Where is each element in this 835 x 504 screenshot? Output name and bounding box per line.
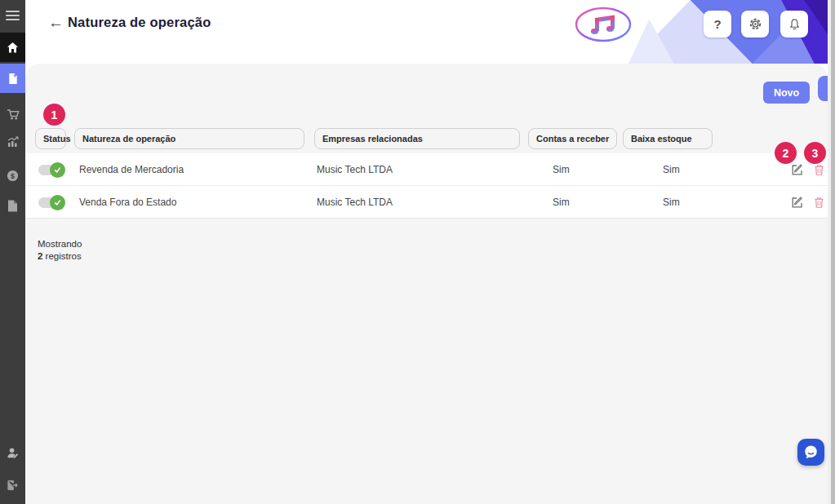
sidebar-item-profile[interactable]: [0, 438, 25, 467]
cell-contas-a-receber: Sim: [553, 186, 570, 219]
user-edit-icon: [7, 447, 19, 459]
filter-status[interactable]: Status: [35, 128, 66, 149]
edit-button[interactable]: [791, 163, 804, 176]
filter-natureza-de-operacao[interactable]: Natureza de operação: [74, 128, 304, 149]
status-toggle[interactable]: [38, 197, 63, 208]
home-icon: [7, 42, 19, 54]
cell-baixa-estoque: Sim: [663, 153, 680, 186]
edit-button[interactable]: [791, 196, 804, 209]
content-card: Novo Status Natureza de operação Empresa…: [25, 64, 828, 504]
notifications-button[interactable]: [780, 11, 808, 38]
cell-contas-a-receber: Sim: [553, 153, 570, 186]
logout-icon: [7, 480, 19, 491]
settings-gear-icon: [748, 17, 762, 31]
sales-chart-icon: [7, 135, 20, 148]
cell-natureza: Venda Fora do Estado: [79, 186, 176, 219]
sidebar-item-purchases[interactable]: [0, 99, 25, 129]
page-title: Natureza de operação: [68, 15, 211, 30]
chat-bubble-icon: [802, 444, 819, 461]
filter-baixa-estoque[interactable]: Baixa estoque: [623, 128, 713, 149]
cell-empresas: Music Tech LTDA: [317, 186, 393, 219]
trash-icon: [814, 164, 824, 176]
dollar-coin-icon: $: [7, 170, 19, 182]
edit-pencil-icon: [791, 196, 804, 209]
settings-button[interactable]: [741, 11, 769, 38]
top-header: ← Natureza de operação ?: [25, 0, 835, 64]
sidebar: $: [0, 0, 25, 504]
annotation-badge-2: 2: [775, 142, 797, 164]
records-count-suffix: registros: [46, 251, 82, 261]
cell-natureza: Revenda de Mercadoria: [79, 153, 184, 186]
back-arrow-icon[interactable]: ←: [48, 14, 64, 32]
table-row[interactable]: Venda Fora do Estado Music Tech LTDA Sim…: [25, 186, 828, 219]
records-count-number: 2: [38, 251, 42, 261]
showing-label: Mostrando: [38, 238, 82, 250]
shopping-cart-icon: [7, 108, 20, 121]
help-icon: ?: [713, 17, 721, 31]
sidebar-item-home[interactable]: [0, 33, 25, 62]
help-button[interactable]: ?: [704, 11, 731, 38]
scrollbar-thumb[interactable]: [831, 0, 835, 504]
filter-empresas-relacionadas[interactable]: Empresas relacionadas: [314, 128, 520, 149]
new-record-button[interactable]: Novo: [763, 82, 810, 104]
document-icon: [7, 200, 18, 212]
delete-button[interactable]: [814, 197, 824, 209]
delete-button[interactable]: [814, 164, 824, 176]
toggle-check-icon: [50, 162, 65, 178]
cell-empresas: Music Tech LTDA: [317, 153, 393, 186]
svg-text:$: $: [11, 171, 15, 179]
status-toggle[interactable]: [38, 165, 63, 175]
sidebar-item-reports[interactable]: [0, 191, 25, 220]
toggle-check-icon: [50, 195, 65, 210]
sidebar-item-documents[interactable]: [0, 64, 25, 93]
records-count: Mostrando 2 registros: [38, 238, 82, 263]
sidebar-item-finance[interactable]: $: [0, 161, 25, 190]
music-notes-logo: [574, 6, 633, 43]
document-new-icon: [7, 73, 19, 85]
sidebar-item-sales[interactable]: [0, 127, 25, 157]
filter-contas-a-receber[interactable]: Contas a receber: [528, 128, 617, 149]
trash-icon: [814, 197, 824, 209]
cell-baixa-estoque: Sim: [663, 186, 680, 219]
hamburger-menu-icon[interactable]: [0, 5, 25, 26]
annotation-badge-1: 1: [43, 104, 65, 126]
table-row[interactable]: Revenda de Mercadoria Music Tech LTDA Si…: [25, 153, 828, 186]
sidebar-item-logout[interactable]: [0, 471, 25, 500]
vertical-scrollbar[interactable]: [828, 0, 835, 504]
clipped-button[interactable]: [818, 76, 828, 101]
hamburger-lines: [6, 8, 20, 23]
notifications-bell-icon: [788, 18, 801, 31]
annotation-badge-3: 3: [804, 142, 826, 164]
edit-pencil-icon: [791, 163, 804, 176]
chat-launcher-button[interactable]: [797, 439, 824, 466]
